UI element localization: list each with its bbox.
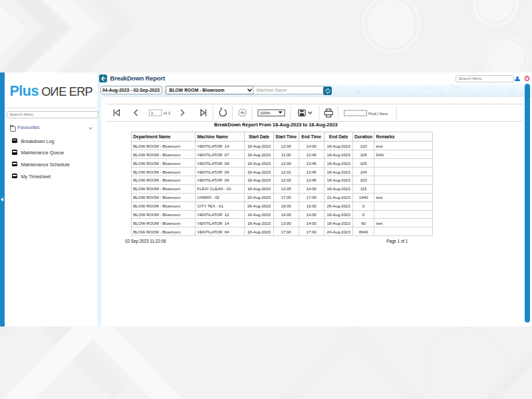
svg-text:100%: 100% xyxy=(260,111,271,115)
svg-text:Find | Next: Find | Next xyxy=(368,112,388,116)
svg-text:of 1: of 1 xyxy=(164,111,171,115)
